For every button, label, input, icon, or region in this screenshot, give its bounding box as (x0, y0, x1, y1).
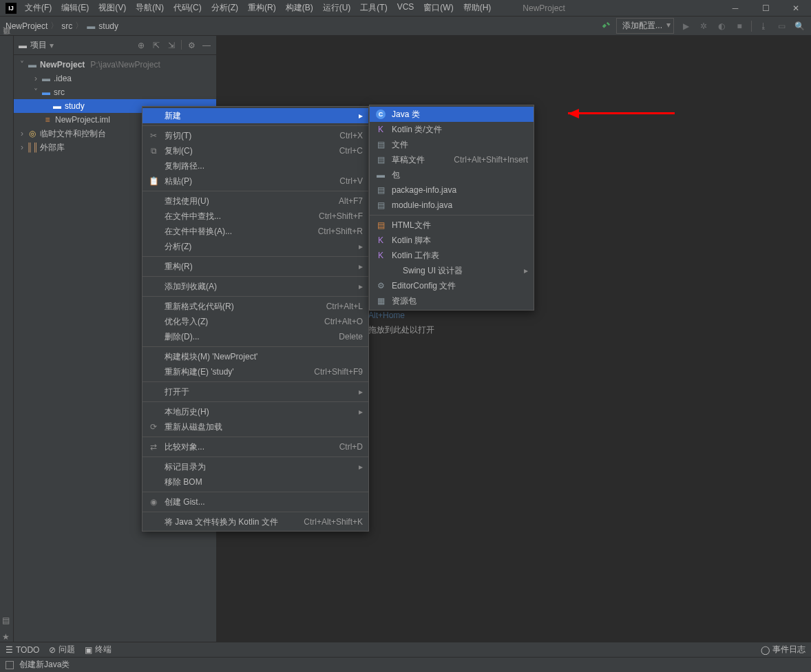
menu-navigate[interactable]: 导航(N) (131, 0, 168, 16)
search-everywhere-icon[interactable]: 🔍 (793, 20, 805, 32)
menu-vcs[interactable]: VCS (393, 0, 419, 16)
menu-item[interactable]: 复制路径... (143, 158, 368, 174)
menu-item[interactable]: ▤草稿文件Ctrl+Alt+Shift+Insert (370, 152, 534, 167)
menu-file[interactable]: 文件(F) (21, 0, 56, 16)
menu-item[interactable]: ⧉复制(C)Ctrl+C (143, 143, 368, 158)
shortcut-label: Ctrl+Shift+F9 (314, 367, 363, 377)
menu-item[interactable]: 新建▸ (143, 108, 368, 123)
structure-tab-icon[interactable]: ▤ (2, 616, 12, 625)
menu-item[interactable]: 在文件中替换(A)...Ctrl+Shift+R (143, 224, 368, 239)
separator (143, 346, 368, 347)
file-icon: ▤ (375, 200, 386, 211)
favorites-tab-icon[interactable]: ★ (2, 632, 12, 642)
minimize-button[interactable]: ─ (720, 0, 750, 17)
menu-analyze[interactable]: 分析(Z) (207, 0, 242, 16)
chevron-right-icon[interactable]: › (19, 143, 25, 152)
context-menu[interactable]: 新建▸✂剪切(T)Ctrl+X⧉复制(C)Ctrl+C复制路径...📋粘贴(P)… (142, 106, 369, 532)
menu-item[interactable]: KKotlin 脚本 (370, 233, 534, 248)
menu-view[interactable]: 视图(V) (94, 0, 130, 16)
menu-window[interactable]: 窗口(W) (419, 0, 457, 16)
breadcrumb-project[interactable]: NewProject (6, 21, 48, 31)
menu-item[interactable]: ▤package-info.java (370, 182, 534, 198)
terminal-tab[interactable]: ▣终端 (85, 644, 112, 655)
menu-item[interactable]: ▦资源包 (370, 293, 534, 308)
menu-code[interactable]: 代码(C) (169, 0, 206, 16)
breadcrumb-src[interactable]: src (61, 21, 72, 31)
coverage-button-icon[interactable]: ◐ (715, 20, 728, 32)
chevron-down-icon[interactable]: ˅ (33, 87, 39, 97)
run-button-icon[interactable]: ▶ (680, 20, 692, 32)
menu-help[interactable]: 帮助(H) (459, 0, 496, 16)
layout-icon[interactable]: ▭ (775, 20, 788, 32)
menu-item-label: 复制(C) (165, 145, 334, 157)
menu-item[interactable]: 重新格式化代码(R)Ctrl+Alt+L (143, 299, 368, 314)
maximize-button[interactable]: ☐ (750, 0, 781, 17)
tree-src[interactable]: ˅ ▬ src (14, 85, 216, 99)
menu-item[interactable]: 优化导入(Z)Ctrl+Alt+O (143, 314, 368, 329)
menu-item[interactable]: KKotlin 工作表 (370, 248, 534, 263)
chevron-right-icon[interactable]: › (33, 74, 39, 83)
menu-item[interactable]: 重新构建(E) 'study'Ctrl+Shift+F9 (143, 364, 368, 379)
menu-item[interactable]: Swing UI 设计器▸ (370, 263, 534, 278)
menu-item[interactable]: 打开于▸ (143, 384, 368, 399)
menu-item[interactable]: CJava 类 (370, 107, 534, 122)
build-hammer-icon[interactable] (601, 21, 611, 31)
breadcrumb[interactable]: NewProject 〉 src 〉 ▬ study (6, 20, 118, 32)
menu-item-label: 重新格式化代码(R) (165, 301, 321, 313)
folder-icon: ▬ (86, 21, 96, 31)
new-submenu[interactable]: CJava 类KKotlin 类/文件▤文件▤草稿文件Ctrl+Alt+Shif… (369, 105, 534, 311)
problems-tab[interactable]: ⊘问题 (49, 644, 75, 655)
menu-item[interactable]: 将 Java 文件转换为 Kotlin 文件Ctrl+Alt+Shift+K (143, 514, 368, 529)
menu-run[interactable]: 运行(U) (319, 0, 355, 16)
menu-build[interactable]: 构建(B) (282, 0, 317, 16)
update-icon[interactable]: ⭳ (757, 20, 770, 32)
menu-item[interactable]: ▤文件 (370, 137, 534, 152)
tool-windows-icon[interactable] (6, 661, 14, 669)
menu-edit[interactable]: 编辑(E) (57, 0, 93, 16)
menu-item[interactable]: 重构(R)▸ (143, 259, 368, 274)
chevron-down-icon[interactable]: ˅ (19, 60, 25, 70)
menu-item[interactable]: 删除(D)...Delete (143, 329, 368, 344)
menu-item[interactable]: ⚙EditorConfig 文件 (370, 278, 534, 293)
menu-item[interactable]: 在文件中查找...Ctrl+Shift+F (143, 209, 368, 224)
expand-all-icon[interactable]: ⇱ (151, 40, 162, 51)
menu-item[interactable]: ▤HTML文件 (370, 218, 534, 233)
menu-item[interactable]: ▤module-info.java (370, 198, 534, 213)
menu-tools[interactable]: 工具(T) (356, 0, 391, 16)
tree-root[interactable]: ˅ ▬ NewProject P:\java\NewProject (14, 58, 216, 72)
menu-item[interactable]: 移除 BOM (143, 474, 368, 490)
menu-item[interactable]: 添加到收藏(A)▸ (143, 279, 368, 294)
menu-item[interactable]: 本地历史(H)▸ (143, 404, 368, 419)
gear-icon[interactable]: ⚙ (186, 40, 197, 51)
close-window-button[interactable]: ✕ (781, 0, 811, 17)
panel-title[interactable]: 项目 (30, 39, 47, 51)
chevron-down-icon[interactable]: ▾ (50, 41, 54, 50)
menu-item[interactable]: 📋粘贴(P)Ctrl+V (143, 174, 368, 189)
event-log-tab[interactable]: ◯事件日志 (761, 644, 805, 655)
menu-item-label: 在文件中替换(A)... (165, 226, 313, 238)
menu-item[interactable]: ⟳重新从磁盘加载 (143, 419, 368, 434)
menu-item[interactable]: ⇄比较对象...Ctrl+D (143, 439, 368, 454)
run-config-dropdown[interactable]: 添加配置... ▾ (616, 18, 674, 34)
menu-item[interactable]: ◉创建 Gist... (143, 494, 368, 510)
locate-icon[interactable]: ⊕ (136, 40, 147, 51)
todo-tab[interactable]: ☰TODO (6, 645, 39, 655)
menu-item[interactable]: ▬包 (370, 167, 534, 182)
chevron-right-icon[interactable]: › (19, 129, 25, 138)
menu-item[interactable]: 构建模块(M) 'NewProject' (143, 349, 368, 364)
menu-item[interactable]: 分析(Z)▸ (143, 239, 368, 254)
tree-idea[interactable]: › ▬ .idea (14, 72, 216, 85)
menu-refactor[interactable]: 重构(R) (244, 0, 280, 16)
menu-item[interactable]: 标记目录为▸ (143, 459, 368, 474)
debug-button-icon[interactable]: ✲ (697, 20, 710, 32)
hide-panel-icon[interactable]: — (201, 40, 212, 51)
menu-item-label: 草稿文件 (392, 154, 448, 166)
window-title: NewProject (523, 3, 565, 13)
breadcrumb-study[interactable]: study (98, 21, 118, 31)
collapse-all-icon[interactable]: ⇲ (166, 40, 177, 51)
menu-item[interactable]: ✂剪切(T)Ctrl+X (143, 128, 368, 143)
menu-item[interactable]: 查找使用(U)Alt+F7 (143, 193, 368, 209)
copy-icon: ⧉ (148, 145, 159, 156)
stop-button-icon[interactable]: ■ (733, 20, 746, 32)
menu-item[interactable]: KKotlin 类/文件 (370, 122, 534, 137)
